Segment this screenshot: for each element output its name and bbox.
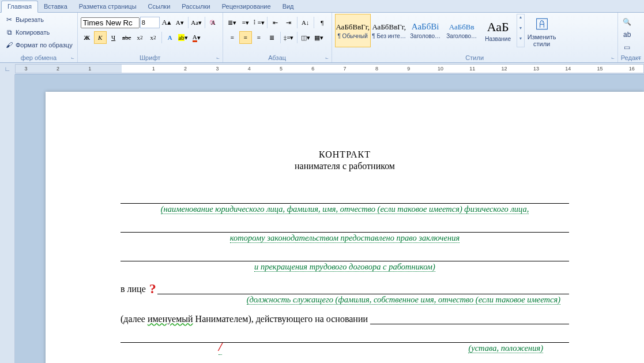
group-label-styles: Стили — [335, 54, 615, 62]
multilevel-button[interactable]: ⠇≡▾ — [253, 16, 265, 29]
shading-button[interactable]: ◫▾ — [299, 31, 312, 44]
gallery-down-icon[interactable]: ▾ — [517, 25, 524, 36]
format-painter-button[interactable]: 🖌 Формат по образцу — [3, 39, 74, 51]
change-case-button[interactable]: Aa▾ — [190, 16, 203, 29]
copy-icon: ⧉ — [5, 28, 14, 37]
group-clipboard: ✂ Вырезать ⧉ Копировать 🖌 Формат по обра… — [0, 13, 78, 62]
find-button[interactable]: 🔍 — [621, 16, 634, 28]
style-normal[interactable]: АаБбВвГг, ¶ Обычный — [335, 14, 371, 47]
tab-insert[interactable]: Вставка — [38, 1, 73, 12]
indent-inc-button[interactable]: ⇥ — [283, 16, 295, 29]
border-button[interactable]: ▦▾ — [312, 31, 325, 44]
font-size-input[interactable] — [140, 17, 160, 28]
strike-button[interactable]: abc — [120, 31, 133, 44]
group-font: A▴ A▾ Aa▾ A⃠ Ж К Ч abc x2 x2 A ab▾ A▾ Шр… — [78, 13, 223, 62]
tab-home[interactable]: Главная — [1, 1, 38, 13]
brush-icon: 🖌 — [5, 40, 14, 50]
group-label-editing: Редакт — [621, 54, 641, 62]
font-color-button[interactable]: A▾ — [190, 31, 203, 44]
justify-button[interactable]: ≣ — [266, 31, 278, 44]
grow-font-button[interactable]: A▴ — [160, 16, 173, 29]
numbering-button[interactable]: ≡▾ — [239, 16, 252, 29]
style-no-spacing[interactable]: АаБбВвГг, ¶ Без инте… — [371, 14, 407, 47]
scissors-icon: ✂ — [5, 15, 14, 24]
tab-refs[interactable]: Ссылки — [142, 1, 176, 12]
indent-dec-button[interactable]: ⇤ — [269, 16, 282, 29]
tab-layout[interactable]: Разметка страницы — [73, 1, 142, 12]
highlight-button[interactable]: ab▾ — [177, 31, 190, 44]
sort-button[interactable]: A↓ — [299, 16, 312, 29]
cut-label: Вырезать — [16, 16, 44, 23]
clear-format-button[interactable]: A⃠ — [207, 16, 220, 29]
italic-button[interactable]: К — [94, 31, 107, 44]
cut-button[interactable]: ✂ Вырезать — [3, 14, 74, 25]
group-label-paragraph: Абзац — [226, 54, 329, 62]
align-right-button[interactable]: ≡ — [253, 31, 265, 44]
bullets-button[interactable]: ≣▾ — [226, 16, 239, 29]
font-name-input[interactable] — [81, 17, 140, 28]
group-label-clipboard: фер обмена — [3, 54, 74, 62]
align-left-button[interactable]: ≡ — [226, 31, 239, 44]
underline-button[interactable]: Ч — [107, 31, 120, 44]
gallery-expand-icon[interactable]: ▾ — [517, 36, 524, 47]
horizontal-ruler[interactable]: 32112345678910111213141516 — [15, 64, 644, 73]
tab-review[interactable]: Рецензирование — [216, 1, 277, 12]
group-paragraph: ≣▾ ≡▾ ⠇≡▾ ⇤ ⇥ A↓ ¶ ≡ ≡ ≡ ≣ ‡≡▾ ◫▾ ▦▾ — [223, 13, 332, 62]
copy-button[interactable]: ⧉ Копировать — [3, 27, 74, 38]
copy-label: Копировать — [16, 29, 50, 36]
ribbon: ✂ Вырезать ⧉ Копировать 🖌 Формат по обра… — [0, 13, 644, 63]
style-gallery: АаБбВвГг, ¶ Обычный АаБбВвГг, ¶ Без инте… — [335, 14, 525, 47]
superscript-button[interactable]: x2 — [147, 31, 160, 44]
tab-selector[interactable]: ∟ — [0, 63, 15, 74]
style-heading1[interactable]: АаБбВі Заголово… — [408, 14, 443, 47]
replace-icon: ab — [623, 30, 632, 39]
tab-view[interactable]: Вид — [277, 1, 300, 12]
change-styles-icon: 🄰 — [533, 15, 551, 33]
align-center-button[interactable]: ≡ — [239, 31, 252, 44]
find-icon: 🔍 — [623, 17, 632, 27]
group-label-font: Шрифт — [81, 54, 220, 62]
style-gallery-more[interactable]: ▴ ▾ ▾ — [517, 14, 525, 47]
text-effect-button[interactable]: A — [164, 31, 176, 44]
replace-button[interactable]: ab — [621, 29, 634, 40]
line-spacing-button[interactable]: ‡≡▾ — [283, 31, 295, 44]
ribbon-tabs: Главная Вставка Разметка страницы Ссылки… — [0, 0, 644, 13]
group-editing: 🔍 ab ▭ Редакт — [618, 13, 644, 62]
style-heading2[interactable]: АаБбВв Заголово… — [444, 14, 480, 47]
change-styles-button[interactable]: 🄰 Изменить стили — [528, 14, 556, 48]
shrink-font-button[interactable]: A▾ — [174, 16, 186, 29]
tab-mailings[interactable]: Рассылки — [176, 1, 216, 12]
show-marks-button[interactable]: ¶ — [316, 16, 329, 29]
subscript-button[interactable]: x2 — [134, 31, 146, 44]
gallery-up-icon[interactable]: ▴ — [517, 14, 524, 25]
select-button[interactable]: ▭ — [621, 42, 634, 53]
bold-button[interactable]: Ж — [81, 31, 93, 44]
style-title[interactable]: АаБ Название — [480, 14, 516, 47]
painter-label: Формат по образцу — [16, 42, 73, 48]
group-styles: АаБбВвГг, ¶ Обычный АаБбВвГг, ¶ Без инте… — [332, 13, 618, 62]
select-icon: ▭ — [623, 43, 632, 52]
ruler-bar: ∟ 32112345678910111213141516 — [0, 63, 644, 74]
